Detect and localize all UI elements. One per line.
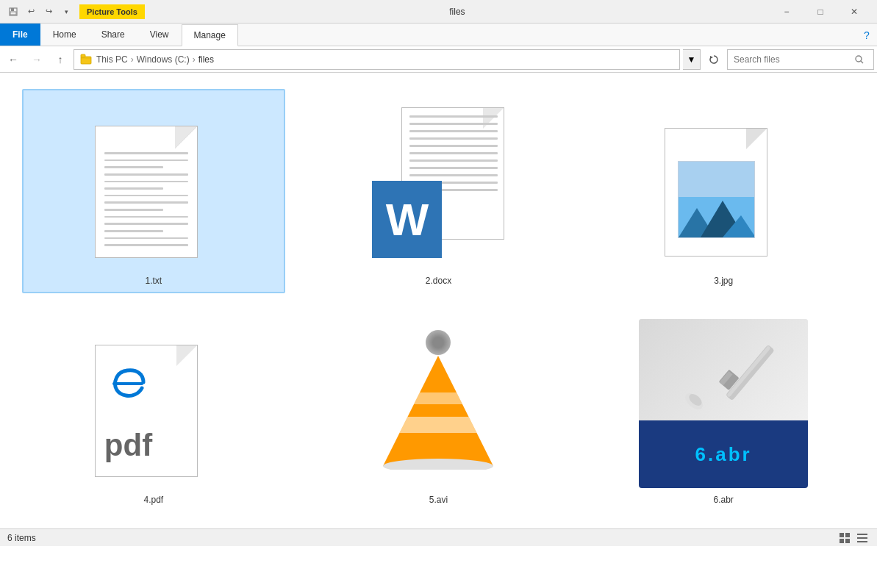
avi-file-icon <box>367 323 510 484</box>
ribbon-tabs: File Home Share View Manage ? <box>0 24 877 46</box>
file-item-txt[interactable]: 1.txt <box>22 89 285 293</box>
address-bar-row: ← → ↑ This PC › Windows (C:) › files ▼ <box>0 46 877 73</box>
svg-rect-16 <box>379 392 497 404</box>
picture-tools-badge: Picture Tools <box>79 4 145 19</box>
word-badge: W <box>372 181 442 258</box>
forward-button[interactable]: → <box>26 49 47 70</box>
details-view-button[interactable] <box>855 531 870 545</box>
svg-rect-3 <box>81 57 91 64</box>
svg-point-6 <box>856 56 862 62</box>
ribbon: File Home Share View Manage ? <box>0 24 877 46</box>
brush-preview-area <box>639 319 808 420</box>
file-label-abr: 6.abr <box>713 495 733 505</box>
abr-file-icon: 6.abr <box>639 319 808 488</box>
refresh-button[interactable] <box>704 49 724 70</box>
tab-file[interactable]: File <box>0 24 40 46</box>
address-dropdown[interactable]: ▼ <box>683 49 701 70</box>
svg-rect-15 <box>379 417 497 433</box>
file-label-jpg: 3.jpg <box>714 276 733 286</box>
up-button[interactable]: ↑ <box>50 49 71 70</box>
maximize-button[interactable]: □ <box>803 0 837 24</box>
file-item-pdf[interactable]: pdf 4.pdf <box>22 308 285 512</box>
svg-rect-19 <box>726 345 770 398</box>
svg-rect-28 <box>857 534 867 535</box>
file-grid: 1.txt <box>15 82 862 520</box>
file-item-docx[interactable]: W 2.docx <box>307 89 570 293</box>
pdf-file-icon: pdf <box>95 330 212 477</box>
title-bar-icons: ↩ ↪ ▾ <box>6 4 74 19</box>
svg-rect-2 <box>10 12 16 15</box>
dropdown-icon[interactable]: ▾ <box>59 4 74 19</box>
title-bar: ↩ ↪ ▾ Picture Tools files − □ ✕ <box>0 0 877 24</box>
svg-rect-1 <box>11 8 14 11</box>
svg-rect-25 <box>845 533 850 537</box>
large-icons-view-button[interactable] <box>837 531 852 545</box>
abr-icon-container: 6.abr <box>639 315 808 492</box>
svg-rect-27 <box>845 539 850 543</box>
search-input[interactable] <box>734 54 852 65</box>
file-item-abr[interactable]: 6.abr 6.abr <box>592 308 855 512</box>
address-box[interactable]: This PC › Windows (C:) › files <box>74 49 680 70</box>
tab-view[interactable]: View <box>137 24 182 46</box>
window-title: files <box>145 7 770 17</box>
file-label-avi: 5.avi <box>429 495 448 505</box>
item-count: 6 items <box>7 533 36 543</box>
back-button[interactable]: ← <box>3 49 24 70</box>
vlc-cone <box>379 330 497 477</box>
file-item-avi[interactable]: 5.avi <box>307 308 570 512</box>
txt-file-icon <box>95 111 212 258</box>
main-area: 1.txt <box>0 73 877 528</box>
redo-icon[interactable]: ↪ <box>41 4 56 19</box>
page-bg <box>95 126 198 258</box>
help-button[interactable]: ? <box>856 25 877 46</box>
search-button[interactable] <box>852 50 867 69</box>
txt-icon-container <box>69 96 238 273</box>
svg-rect-4 <box>81 54 85 57</box>
svg-marker-12 <box>383 356 493 466</box>
file-label-pdf: 4.pdf <box>143 495 163 505</box>
pdf-icon-container: pdf <box>69 315 238 492</box>
file-label-docx: 2.docx <box>426 276 451 286</box>
svg-rect-30 <box>857 541 867 542</box>
window-controls: − □ ✕ <box>770 0 871 24</box>
svg-rect-24 <box>840 533 844 537</box>
tab-home[interactable]: Home <box>40 24 89 46</box>
docx-file-icon: W <box>372 107 504 262</box>
view-toggles <box>837 531 870 545</box>
brushes-text: 6.abr <box>639 420 808 488</box>
pdf-text-label: pdf <box>104 428 152 463</box>
save-icon[interactable] <box>6 4 21 19</box>
tab-share[interactable]: Share <box>89 24 137 46</box>
svg-rect-26 <box>840 539 844 543</box>
tab-manage[interactable]: Manage <box>182 24 238 46</box>
file-item-jpg[interactable]: 3.jpg <box>592 89 855 293</box>
breadcrumb-files[interactable]: files <box>198 54 214 65</box>
breadcrumb-windows-c[interactable]: Windows (C:) <box>137 54 190 65</box>
svg-line-7 <box>861 61 863 63</box>
avi-icon-container <box>354 315 523 492</box>
jpg-icon-container <box>639 96 808 273</box>
svg-marker-5 <box>710 56 713 59</box>
breadcrumb-this-pc[interactable]: This PC <box>96 54 128 65</box>
image-preview <box>678 161 755 238</box>
close-button[interactable]: ✕ <box>837 0 871 24</box>
minimize-button[interactable]: − <box>770 0 803 24</box>
svg-rect-29 <box>857 537 867 539</box>
search-box[interactable] <box>727 49 874 70</box>
docx-icon-container: W <box>354 96 523 273</box>
status-bar: 6 items <box>0 528 877 546</box>
text-lines <box>104 152 188 246</box>
jpg-file-icon <box>665 113 782 257</box>
file-label-txt: 1.txt <box>145 276 162 286</box>
undo-icon[interactable]: ↩ <box>24 4 38 19</box>
